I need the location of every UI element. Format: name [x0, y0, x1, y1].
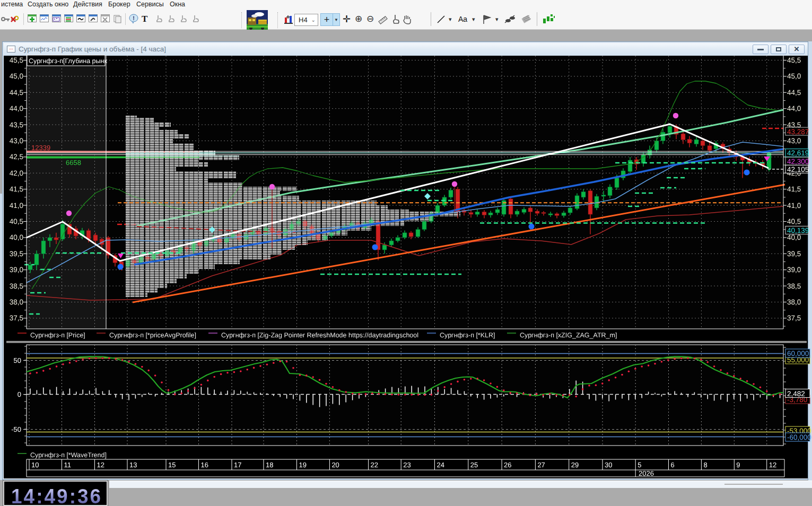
svg-text:22: 22	[371, 461, 378, 469]
svg-text:Сургнфгз-п [*WaveTrend]: Сургнфгз-п [*WaveTrend]	[30, 451, 107, 459]
svg-text:39,5: 39,5	[10, 250, 23, 258]
svg-text:9: 9	[736, 461, 740, 469]
svg-text:41,0: 41,0	[787, 202, 801, 210]
svg-text:20: 20	[331, 461, 339, 469]
svg-text:40,5: 40,5	[787, 217, 801, 225]
svg-text:2,482: 2,482	[787, 390, 805, 398]
svg-text:45,5: 45,5	[787, 56, 801, 64]
svg-text:43,0: 43,0	[10, 137, 23, 145]
svg-text:Сургнфгз-п [Price]: Сургнфгз-п [Price]	[30, 331, 85, 339]
svg-text:13: 13	[129, 461, 137, 469]
svg-text:12339: 12339	[31, 144, 50, 152]
svg-text:Сургнфгз-п [xZIG_ZAG_ATR_m]: Сургнфгз-п [xZIG_ZAG_ATR_m]	[520, 331, 617, 339]
svg-text:6: 6	[671, 461, 675, 469]
svg-text:15: 15	[168, 461, 176, 469]
svg-text:16: 16	[201, 461, 208, 469]
svg-text:40,0: 40,0	[10, 233, 23, 241]
svg-text:41,5: 41,5	[787, 185, 801, 193]
svg-text:26: 26	[504, 461, 511, 469]
svg-text:17: 17	[234, 461, 241, 469]
svg-text:0: 0	[18, 390, 21, 398]
svg-text:12: 12	[97, 461, 104, 469]
svg-text:39,0: 39,0	[787, 266, 801, 274]
svg-text:43,287: 43,287	[787, 128, 809, 136]
svg-text:41,0: 41,0	[10, 202, 23, 210]
svg-text:12: 12	[769, 461, 776, 469]
svg-text:37,5: 37,5	[787, 314, 801, 322]
svg-text:40,139: 40,139	[787, 226, 809, 234]
svg-text:11: 11	[64, 461, 72, 469]
svg-text:38,0: 38,0	[787, 298, 801, 306]
svg-text:38,5: 38,5	[10, 282, 23, 290]
svg-text:42,5: 42,5	[10, 153, 23, 161]
svg-text:37,5: 37,5	[10, 314, 23, 322]
svg-text:8: 8	[703, 461, 707, 469]
svg-text:2026: 2026	[639, 469, 654, 477]
svg-text:38,5: 38,5	[787, 282, 801, 290]
svg-text:-50: -50	[11, 425, 21, 433]
svg-text:39,5: 39,5	[787, 250, 801, 258]
svg-text:42,105: 42,105	[787, 165, 809, 173]
svg-text:29: 29	[571, 461, 579, 469]
svg-text:44,0: 44,0	[787, 104, 801, 112]
svg-text:Сургнфгз-п [*priceAvgProfile]: Сургнфгз-п [*priceAvgProfile]	[109, 331, 196, 339]
svg-text:10: 10	[31, 461, 39, 469]
svg-text:19: 19	[299, 461, 307, 469]
svg-text:43,5: 43,5	[10, 121, 23, 129]
svg-text:60,000: 60,000	[787, 350, 809, 357]
svg-text:30: 30	[605, 461, 612, 469]
svg-text:25: 25	[470, 461, 478, 469]
svg-text:43,0: 43,0	[787, 137, 801, 145]
svg-text:50: 50	[14, 356, 21, 364]
svg-text:Сургнфгз-п [*KLR]: Сургнфгз-п [*KLR]	[440, 331, 495, 339]
svg-text:24: 24	[437, 461, 444, 469]
svg-text:45,5: 45,5	[10, 56, 23, 64]
svg-text:40,5: 40,5	[10, 217, 23, 225]
svg-text:Сургнфгз-п[Глубина рынк: Сургнфгз-п[Глубина рынк	[29, 57, 107, 65]
svg-text:40,0: 40,0	[787, 233, 801, 241]
svg-text:23: 23	[403, 461, 411, 469]
svg-text:41,5: 41,5	[10, 185, 23, 193]
svg-text:42,619: 42,619	[787, 149, 809, 157]
svg-text:Сургнфгз-п [Zig-Zag Pointer Re: Сургнфгз-п [Zig-Zag Pointer RefreshMode …	[221, 331, 418, 339]
svg-text:42,0: 42,0	[10, 169, 23, 177]
svg-text:-60,000: -60,000	[787, 433, 811, 441]
svg-text:44,5: 44,5	[10, 89, 23, 97]
svg-text:27: 27	[537, 461, 545, 469]
svg-text:39,0: 39,0	[10, 266, 23, 274]
svg-text:18: 18	[266, 461, 273, 469]
svg-text:5: 5	[638, 461, 641, 469]
svg-text:45,0: 45,0	[787, 72, 801, 80]
svg-text:44,0: 44,0	[10, 104, 23, 112]
svg-text:44,5: 44,5	[787, 89, 801, 97]
svg-text:42,300: 42,300	[787, 158, 809, 165]
svg-text:6658: 6658	[66, 159, 81, 167]
svg-text:45,0: 45,0	[10, 72, 23, 80]
svg-text:38,0: 38,0	[10, 298, 23, 306]
